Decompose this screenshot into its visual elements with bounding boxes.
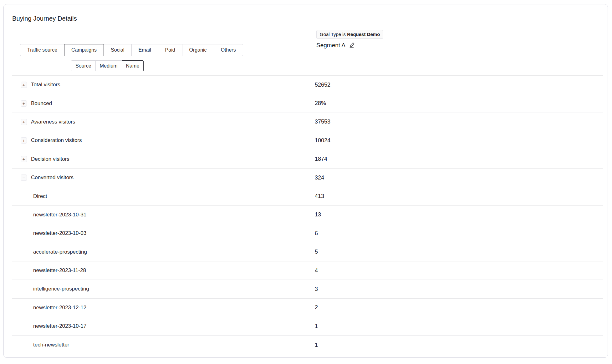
expander-icon: + — [23, 157, 25, 161]
row-value: 4 — [315, 267, 318, 274]
row-value: 413 — [315, 193, 324, 200]
row-main-cell: accelerate-prospecting — [12, 249, 315, 255]
table-row: + Total visitors 52652 — [12, 76, 603, 94]
subtab-source[interactable]: Source — [71, 60, 96, 71]
tab-label: Organic — [189, 47, 207, 53]
row-value: 28% — [315, 100, 326, 107]
tab-campaigns[interactable]: Campaigns — [64, 44, 104, 56]
row-main-cell: newsletter-2023-11-28 — [12, 267, 315, 274]
row-label: newsletter-2023-11-28 — [33, 267, 86, 274]
table-row: + Awareness visitors 37553 — [12, 113, 603, 131]
expand-button[interactable]: + — [21, 137, 27, 144]
tab-label: Campaigns — [71, 47, 97, 53]
campaign-subtabs: Source Medium Name — [71, 60, 144, 71]
expand-button[interactable]: + — [21, 100, 27, 107]
tab-traffic-source[interactable]: Traffic source — [20, 44, 64, 56]
buying-journey-card: Buying Journey Details Traffic source Ca… — [3, 4, 608, 358]
row-label: Decision visitors — [31, 156, 69, 162]
row-label: newsletter-2023-10-03 — [33, 230, 86, 236]
row-label: Converted visitors — [31, 174, 74, 181]
row-main-cell: newsletter-2023-10-31 — [12, 212, 315, 218]
row-label: Awareness visitors — [31, 119, 75, 125]
tab-label: Name — [126, 63, 140, 69]
table-row: newsletter-2023-10-17 1 — [12, 317, 603, 336]
header-right: Goal Type is Request Demo Segment A — [316, 30, 383, 49]
row-label: intelligence-prospecting — [33, 286, 89, 292]
row-main-cell: newsletter-2023-10-03 — [12, 230, 315, 236]
row-main-cell: − Converted visitors — [12, 174, 315, 181]
table-row: newsletter-2023-10-03 6 — [12, 224, 603, 243]
row-main-cell: newsletter-2023-10-17 — [12, 323, 315, 329]
row-main-cell: Direct — [12, 193, 315, 200]
tab-label: Paid — [165, 47, 175, 53]
row-label: accelerate-prospecting — [33, 249, 87, 255]
collapse-button[interactable]: − — [21, 174, 27, 181]
row-value: 2 — [315, 304, 318, 311]
row-value: 37553 — [315, 119, 330, 125]
row-value: 1 — [315, 342, 318, 348]
row-main-cell: newsletter-2023-12-12 — [12, 305, 315, 311]
row-value: 10024 — [315, 137, 330, 144]
table-row: + Decision visitors 1874 — [12, 150, 603, 169]
row-value: 324 — [315, 174, 324, 181]
row-value: 5 — [315, 249, 318, 255]
segment-row: Segment A — [316, 42, 355, 49]
row-label: newsletter-2023-10-31 — [33, 212, 86, 218]
row-main-cell: tech-newsletter — [12, 342, 315, 348]
table-row: accelerate-prospecting 5 — [12, 243, 603, 261]
edit-segment-button[interactable] — [349, 42, 355, 49]
row-value: 52652 — [315, 82, 330, 88]
row-label: tech-newsletter — [33, 342, 69, 348]
row-main-cell: + Total visitors — [12, 82, 315, 88]
row-label: Bounced — [31, 100, 52, 107]
row-value: 13 — [315, 211, 321, 218]
row-main-cell: + Awareness visitors — [12, 119, 315, 125]
table-row: newsletter-2023-11-28 4 — [12, 261, 603, 280]
tab-label: Source — [75, 63, 91, 69]
tab-others[interactable]: Others — [214, 44, 243, 56]
table-row: newsletter-2023-10-31 13 — [12, 206, 603, 224]
goal-badge-prefix: Goal Type is — [320, 32, 347, 37]
expander-icon: + — [23, 119, 25, 124]
expand-button[interactable]: + — [21, 119, 27, 125]
table-row: newsletter-2023-12-12 2 — [12, 299, 603, 317]
expand-button[interactable]: + — [21, 82, 27, 88]
tab-label: Traffic source — [27, 47, 57, 53]
row-main-cell: + Bounced — [12, 100, 315, 107]
expander-icon: + — [23, 101, 25, 106]
table-row: + Bounced 28% — [12, 94, 603, 113]
tab-social[interactable]: Social — [104, 44, 132, 56]
row-value: 3 — [315, 286, 318, 292]
subtab-medium[interactable]: Medium — [95, 60, 122, 71]
table-row: intelligence-prospecting 3 — [12, 280, 603, 298]
table-row: + Consideration visitors 10024 — [12, 131, 603, 150]
expander-icon: + — [23, 83, 25, 87]
expander-icon: + — [23, 138, 25, 143]
subtab-name[interactable]: Name — [122, 60, 144, 71]
row-label: newsletter-2023-10-17 — [33, 323, 86, 329]
row-value: 1874 — [315, 156, 327, 162]
row-value: 6 — [315, 230, 318, 237]
dimension-tabs: Traffic source Campaigns Social Email Pa… — [20, 44, 243, 56]
expander-icon: − — [23, 175, 25, 180]
row-label: Direct — [33, 193, 47, 200]
page-title: Buying Journey Details — [12, 15, 77, 22]
tab-label: Others — [221, 47, 236, 53]
expand-button[interactable]: + — [21, 156, 27, 162]
tab-organic[interactable]: Organic — [182, 44, 214, 56]
tab-label: Email — [139, 47, 151, 53]
row-main-cell: + Consideration visitors — [12, 137, 315, 144]
pencil-line-icon — [349, 42, 355, 49]
journey-table: + Total visitors 52652 + Bounced 28% — [12, 75, 603, 354]
table-row: Direct 413 — [12, 187, 603, 205]
row-label: newsletter-2023-12-12 — [33, 305, 86, 311]
tab-label: Social — [111, 47, 125, 53]
goal-type-badge[interactable]: Goal Type is Request Demo — [316, 30, 383, 39]
tab-paid[interactable]: Paid — [158, 44, 182, 56]
table-row: tech-newsletter 1 — [12, 336, 603, 354]
row-value: 1 — [315, 323, 318, 330]
segment-label: Segment A — [316, 42, 345, 49]
goal-badge-value: Request Demo — [347, 32, 380, 37]
tab-label: Medium — [100, 63, 118, 69]
tab-email[interactable]: Email — [131, 44, 158, 56]
